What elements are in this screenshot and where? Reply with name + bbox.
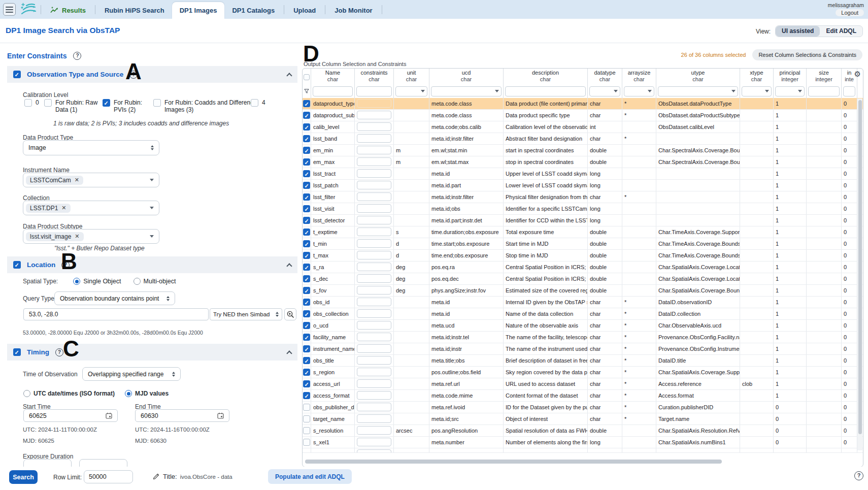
row-checkbox[interactable] — [303, 275, 310, 282]
page-help-icon[interactable]: ? — [854, 471, 863, 480]
section-timing-collapse-icon[interactable] — [286, 350, 292, 356]
table-row-s_xel1[interactable]: s_xel1meta.numberNumber of elements alon… — [303, 437, 863, 448]
filter-input-description[interactable] — [505, 86, 586, 96]
constraint-input[interactable] — [357, 204, 391, 213]
row-checkbox[interactable] — [303, 369, 310, 376]
filter-input-principal[interactable] — [775, 86, 805, 96]
row-checkbox[interactable] — [303, 334, 310, 341]
section-timing-checkbox[interactable] — [13, 348, 21, 356]
populate-adql-button[interactable]: Populate and edit ADQL — [268, 469, 352, 484]
header-name[interactable]: Namechar — [311, 69, 355, 84]
query-type-select[interactable]: Observation boundary contains point — [54, 291, 175, 305]
filter-input-name[interactable] — [313, 86, 353, 96]
row-checkbox[interactable] — [303, 228, 310, 236]
constraint-input[interactable] — [357, 333, 391, 341]
table-row-lsst_tract[interactable]: lsst_tractmeta.idUpper level of LSST coa… — [303, 168, 863, 180]
table-row-obs_collection[interactable]: obs_collectionmeta.idName of the data co… — [303, 308, 863, 320]
section-location-collapse-icon[interactable] — [286, 263, 292, 269]
tab-job-monitor[interactable]: Job Monitor — [327, 2, 380, 19]
constraint-input[interactable] — [357, 227, 391, 236]
header-constraints[interactable]: constraintschar — [355, 69, 394, 84]
table-row-o_ucd[interactable]: o_ucdmeta.ucdNature of the observable ax… — [303, 320, 863, 332]
row-checkbox[interactable] — [303, 112, 310, 119]
row-checkbox[interactable] — [303, 135, 310, 142]
table-row-instrument_name[interactable]: instrument_namemeta.id;instrThe name of … — [303, 343, 863, 355]
table-row-lsst_patch[interactable]: lsst_patchmeta.id.partLower level of LSS… — [303, 180, 863, 191]
filter-input-unit[interactable] — [395, 86, 427, 96]
constraint-input[interactable] — [357, 134, 391, 143]
data-product-subtype-select[interactable]: lsst.visit_image✕ — [23, 229, 159, 244]
constraint-input[interactable] — [357, 426, 391, 435]
section-observation-collapse-icon[interactable] — [286, 73, 292, 78]
header-utype[interactable]: utypechar — [656, 69, 740, 84]
spinner-icon[interactable] — [172, 372, 175, 377]
tab-results[interactable]: Results — [43, 2, 93, 19]
calibration-checkbox[interactable] — [251, 99, 258, 107]
section-observation-checkbox[interactable] — [13, 71, 21, 78]
vertical-scrollbar[interactable] — [857, 99, 862, 450]
chevron-down-icon[interactable] — [150, 207, 154, 209]
section-observation-type[interactable]: Observation Type and Source ? — [7, 66, 297, 83]
radio-multi-object[interactable] — [133, 278, 141, 285]
constraint-input[interactable] — [357, 321, 391, 330]
row-checkbox[interactable] — [303, 264, 310, 271]
constraint-input[interactable] — [357, 344, 391, 353]
header-principal[interactable]: principalinteger — [774, 69, 807, 84]
constraint-input[interactable] — [357, 157, 391, 166]
filter-funnel-icon[interactable] — [304, 88, 309, 94]
constraint-input[interactable] — [357, 379, 391, 388]
constraint-input[interactable] — [357, 438, 391, 446]
row-checkbox[interactable] — [303, 170, 310, 177]
row-checkbox[interactable] — [303, 182, 310, 189]
constraint-input[interactable] — [357, 391, 391, 400]
table-row-obs_id[interactable]: obs_idmeta.idInternal ID given by the Ob… — [303, 297, 863, 308]
data-product-type-select[interactable]: Image — [23, 140, 159, 155]
chevron-down-icon[interactable] — [150, 235, 154, 238]
filter-input-xtype[interactable] — [742, 86, 772, 96]
header-xtype[interactable]: xtypechar — [740, 69, 774, 84]
resolve-search-button[interactable] — [284, 308, 296, 320]
calibration-option-for-rubin-raw-data-1[interactable]: For Rubin: Raw Data (1) — [44, 99, 106, 113]
table-row-em_min[interactable]: em_minmem.wl;stat.minstart in spectral c… — [303, 145, 863, 156]
row-checkbox[interactable] — [303, 100, 310, 107]
constraint-input[interactable] — [357, 298, 391, 306]
radio-single-object[interactable] — [73, 278, 80, 285]
constraint-input[interactable] — [357, 286, 391, 295]
row-checkbox[interactable] — [303, 357, 310, 364]
chip-remove-icon[interactable]: ✕ — [61, 205, 66, 211]
calibration-option-for-rubin-coadds-and-difference-images-3[interactable]: For Rubin: Coadds and Difference Images … — [153, 99, 257, 113]
filter-input-utype[interactable] — [658, 86, 738, 96]
collection-select[interactable]: LSST.DP1✕ — [23, 201, 159, 215]
constraint-input[interactable] — [357, 414, 391, 423]
header-arraysize[interactable]: arraysizechar — [622, 69, 656, 84]
row-checkbox[interactable] — [303, 123, 310, 130]
table-row-t_min[interactable]: t_mindtime.start;obs.exposureStart time … — [303, 238, 863, 250]
row-checkbox[interactable] — [303, 147, 310, 154]
table-row-em_max[interactable]: em_maxmem.wl;stat.maxstop in spectral co… — [303, 156, 863, 168]
row-checkbox[interactable] — [303, 287, 310, 294]
calibration-checkbox[interactable] — [103, 99, 110, 107]
constraint-input[interactable] — [357, 122, 391, 131]
calibration-option-4[interactable]: 4 — [251, 99, 272, 107]
table-row-dataproduct_subtype[interactable]: dataproduct_subtypemeta.code.classData p… — [303, 110, 863, 121]
reset-columns-button[interactable]: Reset Column Selections & Constraints — [752, 49, 862, 60]
row-checkbox[interactable] — [303, 252, 310, 259]
chevron-down-icon[interactable] — [150, 179, 154, 181]
menu-hamburger-icon[interactable] — [3, 3, 16, 16]
table-row-s_region[interactable]: s_regionpos.outline;obs.fieldSky region … — [303, 367, 863, 378]
view-option-ui-assisted[interactable]: UI assisted — [776, 26, 820, 37]
vertical-scrollbar-thumb[interactable] — [858, 100, 862, 434]
table-row-lsst_filter[interactable]: lsst_filtermeta.id;instr.filterPhysical … — [303, 191, 863, 203]
header-ucd[interactable]: ucdchar — [429, 69, 504, 84]
constraint-input[interactable] — [357, 251, 391, 259]
table-options-gear-icon[interactable]: ⚙ — [854, 70, 861, 79]
table-row-access_format[interactable]: access_formatmeta.code.mimeContent forma… — [303, 390, 863, 402]
instrument-name-select[interactable]: LSSTComCam✕ — [23, 173, 159, 187]
table-row-lsst_band[interactable]: lsst_bandmeta.id;instr.filterAbstract fi… — [303, 133, 863, 145]
spinner-icon[interactable] — [151, 145, 154, 150]
view-option-edit-adql[interactable]: Edit ADQL — [820, 26, 862, 37]
exposure-min-input[interactable] — [23, 459, 72, 467]
constraint-input[interactable] — [357, 403, 391, 411]
table-row-s_ra[interactable]: s_radegpos.eq.raCentral Spatial Position… — [303, 262, 863, 273]
select-all-checkbox[interactable] — [304, 74, 310, 80]
